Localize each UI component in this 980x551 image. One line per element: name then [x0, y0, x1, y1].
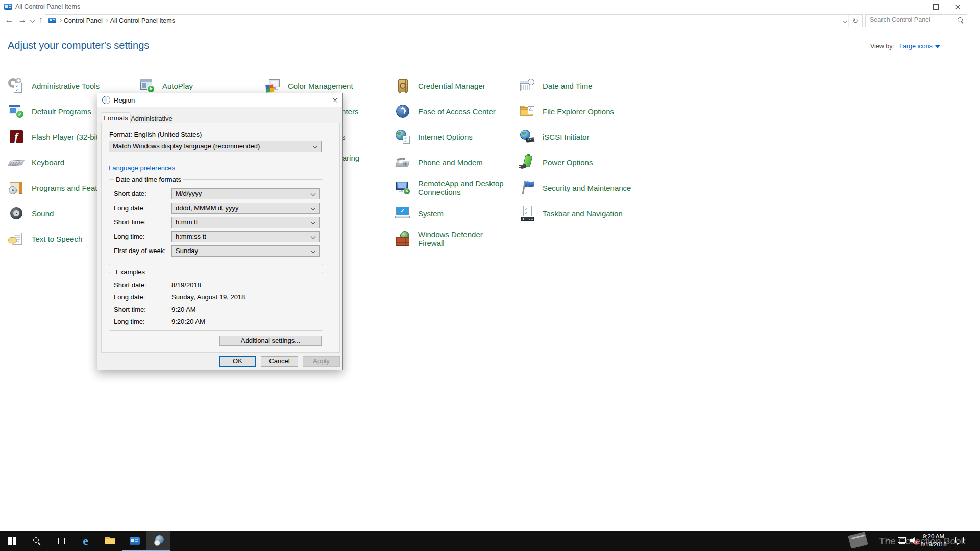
- cp-item-label: iSCSI Initiator: [543, 133, 652, 141]
- breadcrumb-separator-icon: [105, 19, 108, 22]
- minimize-button[interactable]: [902, 0, 925, 13]
- long-date-combobox[interactable]: dddd, MMMM d, yyyy: [172, 203, 320, 214]
- cp-item-label: File Explorer Options: [543, 107, 652, 116]
- forward-button[interactable]: →: [16, 13, 29, 28]
- refresh-icon[interactable]: ↻: [848, 15, 862, 27]
- cp-item-credential-manager[interactable]: Credential Manager: [395, 78, 528, 94]
- taskbar: e: [0, 531, 980, 551]
- search-box[interactable]: [865, 14, 967, 27]
- cp-item-label: Taskbar and Navigation: [543, 209, 652, 218]
- up-button[interactable]: ↑: [36, 13, 46, 28]
- cp-item-label: Ease of Access Center: [418, 107, 528, 116]
- cp-item-ease-of-access-center[interactable]: Ease of Access Center: [395, 103, 528, 119]
- apply-button[interactable]: Apply: [303, 356, 340, 367]
- cp-item-system[interactable]: ✓ System: [395, 205, 528, 221]
- maximize-button[interactable]: [924, 0, 947, 13]
- cp-item-power-options[interactable]: Power Options: [519, 154, 652, 170]
- cp-item-file-explorer-options[interactable]: ✓ File Explorer Options: [519, 103, 652, 119]
- cp-item-security-and-maintenance[interactable]: Security and Maintenance: [519, 180, 652, 196]
- cp-item-phone-and-modem[interactable]: Phone and Modem: [395, 154, 528, 170]
- region-taskbar-icon[interactable]: [146, 531, 170, 551]
- keyboard-icon: [8, 154, 24, 170]
- ok-button[interactable]: OK: [219, 356, 256, 367]
- additional-settings-button[interactable]: Additional settings...: [219, 336, 322, 346]
- phone-modem-icon: [395, 154, 411, 170]
- first-day-of-week-combobox[interactable]: Sunday: [172, 245, 320, 257]
- example-long-time-label: Long time:: [114, 318, 145, 325]
- format-combobox[interactable]: Match Windows display language (recommen…: [109, 141, 322, 152]
- region-dialog: Region Formats Administrative Format: En…: [97, 93, 343, 370]
- autoplay-icon: [139, 78, 155, 94]
- short-date-label: Short date:: [114, 190, 146, 197]
- header-divider: [0, 58, 980, 58]
- action-center-icon[interactable]: [954, 536, 965, 545]
- cp-item-date-and-time[interactable]: Date and Time: [519, 78, 652, 94]
- credential-manager-icon: [395, 78, 411, 94]
- long-time-label: Long time:: [114, 233, 145, 240]
- cp-item-windows-defender-firewall[interactable]: Windows Defender Firewall: [395, 231, 528, 247]
- task-view-icon[interactable]: [49, 531, 73, 551]
- long-time-combobox[interactable]: h:mm:ss tt: [172, 231, 320, 242]
- example-long-date-value: Sunday, August 19, 2018: [172, 293, 245, 301]
- file-explorer-icon[interactable]: [98, 531, 122, 551]
- cp-item-label: Administrative Tools: [32, 82, 141, 90]
- admin-tools-icon: ✓ ✓: [8, 78, 24, 94]
- window-titlebar: All Control Panel Items: [0, 0, 980, 13]
- search-input[interactable]: [869, 16, 952, 24]
- back-button[interactable]: ←: [3, 13, 15, 28]
- tab-formats[interactable]: Formats: [102, 112, 130, 123]
- address-bar[interactable]: Control Panel All Control Panel Items ↻: [45, 14, 863, 27]
- view-by: View by:Large icons: [870, 43, 940, 50]
- date-time-icon: [519, 78, 535, 94]
- address-dropdown-icon[interactable]: [843, 19, 848, 24]
- region-dialog-title: Region: [114, 96, 135, 104]
- cp-item-internet-options[interactable]: ✓ ✓Internet Options: [395, 129, 528, 145]
- network-icon[interactable]: [897, 536, 907, 545]
- security-maintenance-icon: [519, 180, 535, 196]
- short-time-combobox[interactable]: h:mm tt: [172, 217, 320, 228]
- view-by-dropdown-icon[interactable]: [935, 45, 940, 48]
- flash-player-icon: f: [8, 129, 24, 145]
- taskbar-navigation-icon: ✓ ✓: [519, 205, 535, 221]
- cp-item-label: Color Management: [288, 82, 398, 90]
- short-time-label: Short time:: [114, 218, 146, 226]
- cancel-button[interactable]: Cancel: [261, 356, 298, 367]
- internet-explorer-icon[interactable]: e: [74, 531, 97, 551]
- cp-item-label: Power Options: [543, 158, 652, 167]
- region-globe-icon: [102, 96, 110, 104]
- taskbar-clock[interactable]: 9:20 AM 8/19/2018: [917, 532, 950, 548]
- breadcrumb-all-items[interactable]: All Control Panel Items: [110, 17, 175, 24]
- dialog-close-icon[interactable]: [328, 95, 341, 105]
- cp-item-color-management[interactable]: Color Management: [264, 78, 398, 94]
- region-dialog-titlebar: Region: [97, 93, 342, 107]
- cp-item-label: AutoPlay: [162, 82, 272, 90]
- hidden-icons-chevron[interactable]: [886, 538, 893, 544]
- cp-item-autoplay[interactable]: AutoPlay: [139, 78, 272, 94]
- tab-administrative[interactable]: Administrative: [130, 114, 173, 123]
- example-long-time-value: 9:20:20 AM: [172, 318, 205, 325]
- screen: All Control Panel Items ← → ↑ Control Pa…: [0, 0, 980, 551]
- cp-item-administrative-tools[interactable]: ✓ ✓ Administrative Tools: [8, 78, 141, 94]
- recent-pages-dropdown-icon[interactable]: [29, 13, 36, 28]
- breadcrumb-control-panel[interactable]: Control Panel: [64, 17, 103, 24]
- search-icon[interactable]: [958, 17, 963, 22]
- cp-item-taskbar-and-navigation[interactable]: ✓ ✓ Taskbar and Navigation: [519, 205, 652, 221]
- file-explorer-options-icon: ✓: [519, 103, 535, 119]
- example-short-time-value: 9:20 AM: [172, 306, 196, 313]
- cp-item-label: Windows Defender Firewall: [418, 230, 528, 247]
- example-short-date-value: 8/19/2018: [172, 281, 201, 289]
- color-management-icon: [264, 78, 281, 94]
- watermark-book-icon: [847, 532, 870, 549]
- taskbar-search-icon[interactable]: [24, 531, 48, 551]
- start-button[interactable]: [0, 531, 24, 551]
- view-by-value[interactable]: Large icons: [899, 43, 933, 50]
- cp-item-label: System: [418, 209, 528, 218]
- breadcrumb-separator-icon: [58, 19, 62, 22]
- language-preferences-link[interactable]: Language preferences: [109, 164, 175, 172]
- short-date-combobox[interactable]: M/d/yyyy: [172, 188, 320, 199]
- cp-item-remoteapp-and-desktop-connections[interactable]: ✕RemoteApp and Desktop Connections: [395, 180, 528, 196]
- close-button[interactable]: [946, 0, 969, 13]
- long-date-label: Long date:: [114, 204, 145, 212]
- cp-item-iscsi-initiator[interactable]: iSCSI Initiator: [519, 129, 652, 145]
- control-panel-taskbar-icon[interactable]: [122, 531, 146, 551]
